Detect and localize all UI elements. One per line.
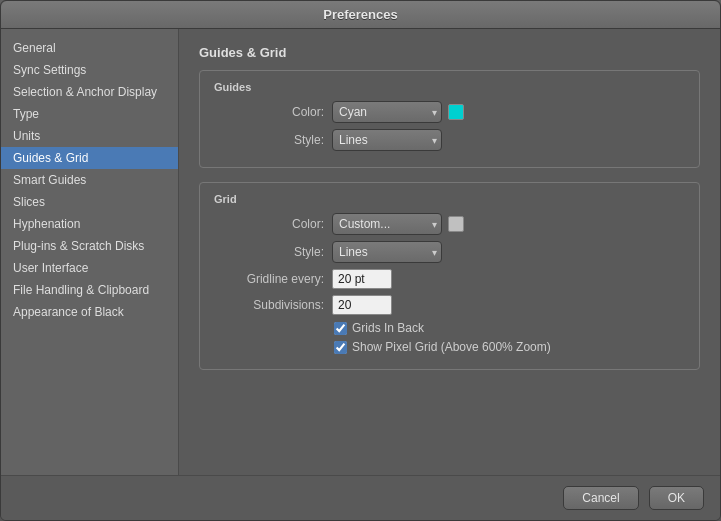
- grid-section-label: Grid: [214, 193, 685, 205]
- guides-style-select[interactable]: Lines Dots: [332, 129, 442, 151]
- preferences-dialog: Preferences GeneralSync SettingsSelectio…: [0, 0, 721, 521]
- grid-color-label: Color:: [214, 217, 324, 231]
- subdivisions-label: Subdivisions:: [214, 298, 324, 312]
- sidebar-item-file-handling-clipboard[interactable]: File Handling & Clipboard: [1, 279, 178, 301]
- grid-section: Grid Color: Custom... Cyan Magenta Yello…: [199, 182, 700, 370]
- guides-style-label: Style:: [214, 133, 324, 147]
- guides-color-label: Color:: [214, 105, 324, 119]
- panel-title: Guides & Grid: [199, 45, 700, 60]
- guides-color-swatch[interactable]: [448, 104, 464, 120]
- grids-in-back-checkbox[interactable]: [334, 322, 347, 335]
- show-pixel-grid-label: Show Pixel Grid (Above 600% Zoom): [352, 340, 551, 354]
- grid-style-label: Style:: [214, 245, 324, 259]
- guides-color-select[interactable]: Cyan Magenta Yellow Black Red Green Blue…: [332, 101, 442, 123]
- sidebar-item-selection-anchor-display[interactable]: Selection & Anchor Display: [1, 81, 178, 103]
- guides-style-row: Style: Lines Dots: [214, 129, 685, 151]
- main-panel: Guides & Grid Guides Color: Cyan Magenta…: [179, 29, 720, 475]
- guides-color-select-wrapper[interactable]: Cyan Magenta Yellow Black Red Green Blue…: [332, 101, 442, 123]
- grids-in-back-label: Grids In Back: [352, 321, 424, 335]
- grid-style-row: Style: Lines Dots: [214, 241, 685, 263]
- sidebar-item-slices[interactable]: Slices: [1, 191, 178, 213]
- show-pixel-grid-row: Show Pixel Grid (Above 600% Zoom): [334, 340, 685, 354]
- grid-style-select-wrapper[interactable]: Lines Dots: [332, 241, 442, 263]
- grid-style-select[interactable]: Lines Dots: [332, 241, 442, 263]
- grid-color-select[interactable]: Custom... Cyan Magenta Yellow Black Red …: [332, 213, 442, 235]
- sidebar-item-hyphenation[interactable]: Hyphenation: [1, 213, 178, 235]
- gridline-input[interactable]: [332, 269, 392, 289]
- sidebar-item-guides-grid[interactable]: Guides & Grid: [1, 147, 178, 169]
- sidebar-item-sync-settings[interactable]: Sync Settings: [1, 59, 178, 81]
- sidebar-item-smart-guides[interactable]: Smart Guides: [1, 169, 178, 191]
- show-pixel-grid-checkbox[interactable]: [334, 341, 347, 354]
- guides-color-row: Color: Cyan Magenta Yellow Black Red Gre…: [214, 101, 685, 123]
- ok-button[interactable]: OK: [649, 486, 704, 510]
- title-bar: Preferences: [1, 1, 720, 29]
- gridline-row: Gridline every:: [214, 269, 685, 289]
- cancel-button[interactable]: Cancel: [563, 486, 638, 510]
- sidebar-item-appearance-of-black[interactable]: Appearance of Black: [1, 301, 178, 323]
- grid-color-swatch[interactable]: [448, 216, 464, 232]
- sidebar-item-type[interactable]: Type: [1, 103, 178, 125]
- sidebar: GeneralSync SettingsSelection & Anchor D…: [1, 29, 179, 475]
- gridline-label: Gridline every:: [214, 272, 324, 286]
- grid-color-row: Color: Custom... Cyan Magenta Yellow Bla…: [214, 213, 685, 235]
- sidebar-item-units[interactable]: Units: [1, 125, 178, 147]
- grids-in-back-row: Grids In Back: [334, 321, 685, 335]
- footer: Cancel OK: [1, 475, 720, 520]
- content-area: GeneralSync SettingsSelection & Anchor D…: [1, 29, 720, 475]
- sidebar-item-user-interface[interactable]: User Interface: [1, 257, 178, 279]
- grid-color-select-wrapper[interactable]: Custom... Cyan Magenta Yellow Black Red …: [332, 213, 442, 235]
- subdivisions-input[interactable]: [332, 295, 392, 315]
- dialog-title: Preferences: [323, 7, 397, 22]
- guides-style-select-wrapper[interactable]: Lines Dots: [332, 129, 442, 151]
- sidebar-item-plug-ins-scratch-disks[interactable]: Plug-ins & Scratch Disks: [1, 235, 178, 257]
- guides-section: Guides Color: Cyan Magenta Yellow Black …: [199, 70, 700, 168]
- subdivisions-row: Subdivisions:: [214, 295, 685, 315]
- guides-section-label: Guides: [214, 81, 685, 93]
- sidebar-item-general[interactable]: General: [1, 37, 178, 59]
